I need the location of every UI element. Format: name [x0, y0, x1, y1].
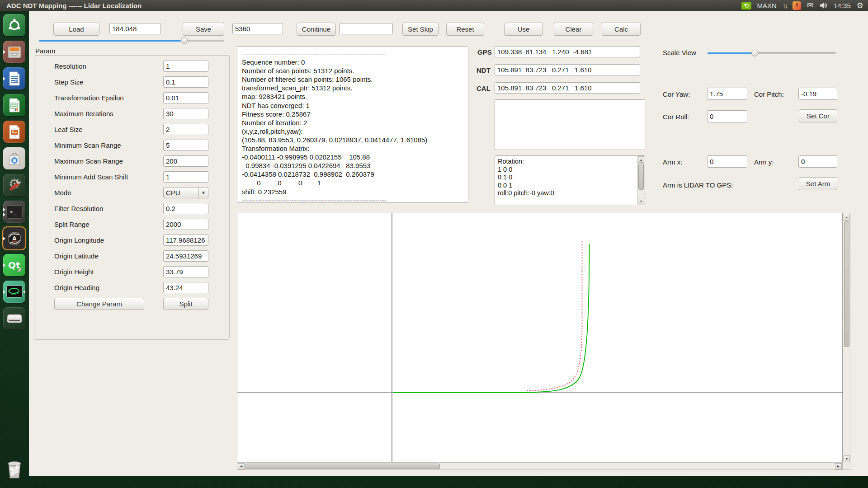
clock[interactable]: 14:35: [834, 2, 851, 9]
mode-dropdown[interactable]: CPU ▼: [163, 187, 208, 198]
scroll-thumb[interactable]: [245, 464, 440, 469]
desktop: ADC NDT Mapping ------ Lidar Localizatio…: [0, 0, 868, 488]
input-method-icon[interactable]: #: [793, 1, 801, 10]
dock-item-software[interactable]: [3, 147, 25, 169]
param-label-max-iterations: Maximum Iterations: [54, 110, 113, 117]
scroll-up-icon[interactable]: ▲: [638, 156, 644, 163]
param-input-filter-resolution[interactable]: [163, 203, 208, 214]
ndt-value-input[interactable]: [495, 64, 640, 75]
dock-item-terminal[interactable]: >_: [3, 201, 25, 223]
skip-value-input[interactable]: [340, 23, 393, 34]
param-label-origin-longitude: Origin Longitude: [54, 236, 104, 244]
dock-item-impress[interactable]: [3, 121, 25, 143]
reset-button[interactable]: Reset: [446, 23, 484, 36]
running-pip: [3, 263, 5, 267]
cor-pitch-input[interactable]: [798, 88, 837, 100]
scroll-down-icon[interactable]: ▼: [844, 455, 850, 462]
dock-item-files[interactable]: [3, 41, 25, 63]
nvidia-icon[interactable]: [741, 2, 751, 9]
running-pip: [3, 77, 5, 80]
split-button[interactable]: Split: [163, 298, 208, 310]
change-param-button[interactable]: Change Param: [54, 298, 144, 310]
param-input-trans-epsilon[interactable]: [163, 92, 208, 103]
gpu-mode-label[interactable]: MAXN: [757, 2, 777, 9]
set-skip-button[interactable]: Set Skip: [402, 23, 439, 36]
save-value-input[interactable]: [232, 23, 283, 34]
param-label-trans-epsilon: Transformation Epsilon: [54, 94, 124, 102]
scroll-up-icon[interactable]: ▲: [844, 214, 850, 221]
gps-value-input[interactable]: [495, 46, 640, 57]
dock-item-qtcreator[interactable]: Qt: [3, 254, 25, 276]
param-input-split-range[interactable]: [163, 219, 208, 230]
mail-icon[interactable]: ✉: [807, 2, 813, 9]
arm-x-label: Arm x:: [663, 158, 682, 166]
load-value-input[interactable]: [109, 23, 161, 34]
trash-icon[interactable]: [3, 457, 25, 479]
dock-item-dash[interactable]: [3, 14, 25, 36]
slider-fill: [708, 52, 751, 54]
plot-canvas[interactable]: [237, 213, 843, 462]
top-panel: ADC NDT Mapping ------ Lidar Localizatio…: [0, 0, 868, 11]
rotation-textarea: Rotation: 1 0 0 0 1 0 0 0 1 roll:0 pitch…: [495, 155, 645, 205]
use-button[interactable]: Use: [504, 23, 543, 36]
continue-button[interactable]: Conitinue: [297, 23, 336, 36]
network-updown-icon[interactable]: ↑↓: [783, 2, 787, 9]
scroll-down-icon[interactable]: ▼: [638, 198, 644, 204]
scale-view-slider[interactable]: [708, 50, 836, 56]
dock-item-writer[interactable]: [3, 67, 25, 89]
focused-pip: [23, 290, 25, 294]
volume-icon[interactable]: [819, 1, 828, 10]
running-pip: [3, 208, 5, 211]
scroll-thumb[interactable]: [844, 221, 849, 347]
param-input-origin-heading[interactable]: [163, 282, 208, 293]
param-label-resolution: Resolution: [54, 62, 86, 70]
set-arm-button[interactable]: Set Arm: [799, 177, 837, 190]
qt-label: Qt: [8, 260, 20, 271]
param-label-mode: Mode: [54, 189, 71, 197]
scroll-thumb[interactable]: [638, 164, 644, 190]
terminal-prompt: >_: [9, 208, 17, 215]
load-button[interactable]: Load: [53, 23, 99, 36]
clear-button[interactable]: Clear: [554, 23, 593, 36]
log-textarea: ----------------------------------------…: [237, 46, 468, 203]
param-input-max-iterations[interactable]: [163, 108, 208, 119]
plot-hscrollbar[interactable]: ◀ ▶: [237, 462, 843, 470]
arm-y-input[interactable]: [798, 155, 837, 168]
param-input-max-scan-range[interactable]: [163, 155, 208, 167]
param-label-origin-latitude: Origin Latitude: [54, 252, 99, 260]
set-cor-button[interactable]: Set Cor: [799, 109, 837, 122]
dock-item-calc[interactable]: [3, 94, 25, 116]
param-input-origin-longitude[interactable]: [163, 235, 208, 246]
rotation-text: Rotation: 1 0 0 0 1 0 0 0 1 roll:0 pitch…: [495, 156, 645, 199]
rotation-scrollbar[interactable]: ▲ ▼: [637, 156, 645, 205]
scroll-right-icon[interactable]: ▶: [835, 463, 842, 469]
sequence-slider[interactable]: [39, 37, 224, 44]
dock-item-settings[interactable]: ⚙: [3, 174, 25, 196]
slider-knob[interactable]: [181, 37, 188, 44]
param-input-min-add-scan-shift[interactable]: [163, 171, 208, 183]
param-label-max-scan-range: Maximum Scan Range: [54, 157, 123, 165]
scroll-left-icon[interactable]: ◀: [238, 463, 245, 469]
calc-button[interactable]: Calc: [602, 23, 641, 36]
cor-roll-input[interactable]: [707, 110, 747, 122]
dock-item-sync[interactable]: A: [3, 227, 25, 249]
cor-yaw-input[interactable]: [707, 88, 747, 100]
param-input-origin-latitude[interactable]: [163, 250, 208, 262]
cal-value-input[interactable]: [495, 82, 640, 94]
param-input-origin-height[interactable]: [163, 266, 208, 277]
param-input-min-scan-range[interactable]: [163, 140, 208, 151]
plot-vscrollbar[interactable]: ▲ ▼: [843, 213, 850, 470]
arm-x-input[interactable]: [707, 155, 747, 168]
dock-item-drive[interactable]: [3, 307, 25, 329]
running-pip: [3, 237, 5, 240]
save-button[interactable]: Save: [183, 23, 224, 36]
param-input-resolution[interactable]: [163, 61, 208, 72]
session-gear-icon[interactable]: ⚙: [857, 2, 863, 9]
param-input-leaf-size[interactable]: [163, 124, 208, 135]
window-title: ADC NDT Mapping ------ Lidar Localizatio…: [6, 2, 142, 9]
param-input-step-size[interactable]: [163, 76, 208, 88]
dock-item-lidar-viewer[interactable]: [3, 281, 25, 303]
slider-knob[interactable]: [751, 50, 758, 56]
arm-note-label: Arm is LIDAR TO GPS:: [663, 181, 733, 189]
indicator-tray: MAXN ↑↓ # ✉ 14:35 ⚙: [741, 1, 863, 10]
